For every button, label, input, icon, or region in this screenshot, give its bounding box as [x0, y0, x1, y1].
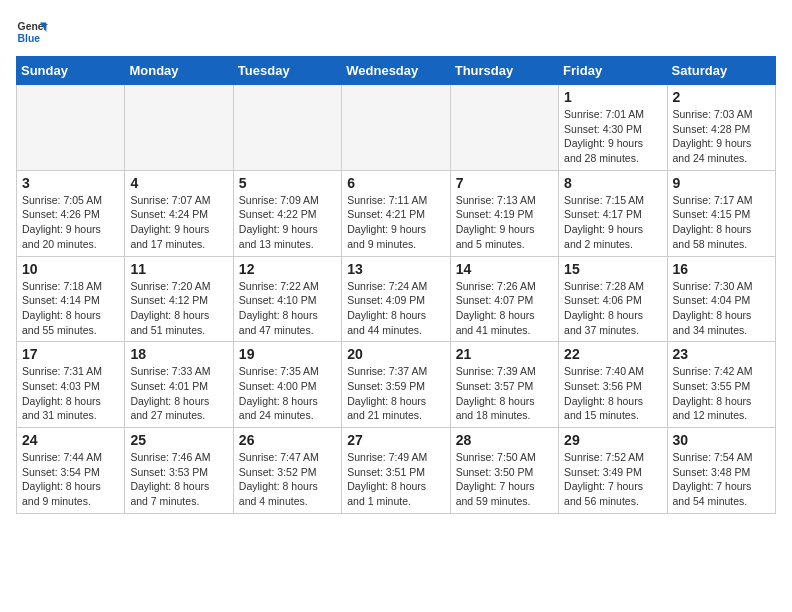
weekday-header-monday: Monday — [125, 57, 233, 85]
calendar-cell: 9Sunrise: 7:17 AM Sunset: 4:15 PM Daylig… — [667, 170, 775, 256]
day-number: 20 — [347, 346, 444, 362]
svg-text:Blue: Blue — [18, 33, 41, 44]
calendar-cell: 28Sunrise: 7:50 AM Sunset: 3:50 PM Dayli… — [450, 428, 558, 514]
calendar-cell: 15Sunrise: 7:28 AM Sunset: 4:06 PM Dayli… — [559, 256, 667, 342]
logo: General Blue — [16, 16, 48, 48]
calendar-cell: 23Sunrise: 7:42 AM Sunset: 3:55 PM Dayli… — [667, 342, 775, 428]
day-number: 12 — [239, 261, 336, 277]
calendar-cell: 27Sunrise: 7:49 AM Sunset: 3:51 PM Dayli… — [342, 428, 450, 514]
day-number: 19 — [239, 346, 336, 362]
day-number: 16 — [673, 261, 770, 277]
day-number: 30 — [673, 432, 770, 448]
day-number: 28 — [456, 432, 553, 448]
day-number: 10 — [22, 261, 119, 277]
weekday-header-tuesday: Tuesday — [233, 57, 341, 85]
day-number: 27 — [347, 432, 444, 448]
day-number: 6 — [347, 175, 444, 191]
calendar-cell: 21Sunrise: 7:39 AM Sunset: 3:57 PM Dayli… — [450, 342, 558, 428]
cell-info: Sunrise: 7:37 AM Sunset: 3:59 PM Dayligh… — [347, 364, 444, 423]
day-number: 25 — [130, 432, 227, 448]
cell-info: Sunrise: 7:42 AM Sunset: 3:55 PM Dayligh… — [673, 364, 770, 423]
calendar-cell — [450, 85, 558, 171]
day-number: 9 — [673, 175, 770, 191]
calendar-cell: 25Sunrise: 7:46 AM Sunset: 3:53 PM Dayli… — [125, 428, 233, 514]
cell-info: Sunrise: 7:33 AM Sunset: 4:01 PM Dayligh… — [130, 364, 227, 423]
day-number: 1 — [564, 89, 661, 105]
weekday-header-row: SundayMondayTuesdayWednesdayThursdayFrid… — [17, 57, 776, 85]
calendar-week-1: 1Sunrise: 7:01 AM Sunset: 4:30 PM Daylig… — [17, 85, 776, 171]
calendar-cell: 2Sunrise: 7:03 AM Sunset: 4:28 PM Daylig… — [667, 85, 775, 171]
calendar-cell: 24Sunrise: 7:44 AM Sunset: 3:54 PM Dayli… — [17, 428, 125, 514]
day-number: 5 — [239, 175, 336, 191]
cell-info: Sunrise: 7:39 AM Sunset: 3:57 PM Dayligh… — [456, 364, 553, 423]
weekday-header-friday: Friday — [559, 57, 667, 85]
day-number: 24 — [22, 432, 119, 448]
cell-info: Sunrise: 7:11 AM Sunset: 4:21 PM Dayligh… — [347, 193, 444, 252]
cell-info: Sunrise: 7:49 AM Sunset: 3:51 PM Dayligh… — [347, 450, 444, 509]
weekday-header-wednesday: Wednesday — [342, 57, 450, 85]
cell-info: Sunrise: 7:13 AM Sunset: 4:19 PM Dayligh… — [456, 193, 553, 252]
cell-info: Sunrise: 7:01 AM Sunset: 4:30 PM Dayligh… — [564, 107, 661, 166]
day-number: 11 — [130, 261, 227, 277]
calendar-cell: 1Sunrise: 7:01 AM Sunset: 4:30 PM Daylig… — [559, 85, 667, 171]
calendar-cell — [342, 85, 450, 171]
cell-info: Sunrise: 7:28 AM Sunset: 4:06 PM Dayligh… — [564, 279, 661, 338]
calendar-cell: 7Sunrise: 7:13 AM Sunset: 4:19 PM Daylig… — [450, 170, 558, 256]
cell-info: Sunrise: 7:30 AM Sunset: 4:04 PM Dayligh… — [673, 279, 770, 338]
calendar-cell: 29Sunrise: 7:52 AM Sunset: 3:49 PM Dayli… — [559, 428, 667, 514]
calendar-week-2: 3Sunrise: 7:05 AM Sunset: 4:26 PM Daylig… — [17, 170, 776, 256]
day-number: 17 — [22, 346, 119, 362]
calendar-cell: 6Sunrise: 7:11 AM Sunset: 4:21 PM Daylig… — [342, 170, 450, 256]
day-number: 14 — [456, 261, 553, 277]
cell-info: Sunrise: 7:20 AM Sunset: 4:12 PM Dayligh… — [130, 279, 227, 338]
calendar-cell: 18Sunrise: 7:33 AM Sunset: 4:01 PM Dayli… — [125, 342, 233, 428]
cell-info: Sunrise: 7:44 AM Sunset: 3:54 PM Dayligh… — [22, 450, 119, 509]
calendar-week-4: 17Sunrise: 7:31 AM Sunset: 4:03 PM Dayli… — [17, 342, 776, 428]
calendar-cell: 16Sunrise: 7:30 AM Sunset: 4:04 PM Dayli… — [667, 256, 775, 342]
calendar-cell: 17Sunrise: 7:31 AM Sunset: 4:03 PM Dayli… — [17, 342, 125, 428]
cell-info: Sunrise: 7:09 AM Sunset: 4:22 PM Dayligh… — [239, 193, 336, 252]
calendar-cell: 3Sunrise: 7:05 AM Sunset: 4:26 PM Daylig… — [17, 170, 125, 256]
cell-info: Sunrise: 7:15 AM Sunset: 4:17 PM Dayligh… — [564, 193, 661, 252]
calendar-cell: 8Sunrise: 7:15 AM Sunset: 4:17 PM Daylig… — [559, 170, 667, 256]
cell-info: Sunrise: 7:03 AM Sunset: 4:28 PM Dayligh… — [673, 107, 770, 166]
cell-info: Sunrise: 7:35 AM Sunset: 4:00 PM Dayligh… — [239, 364, 336, 423]
calendar-cell: 13Sunrise: 7:24 AM Sunset: 4:09 PM Dayli… — [342, 256, 450, 342]
calendar-cell: 10Sunrise: 7:18 AM Sunset: 4:14 PM Dayli… — [17, 256, 125, 342]
day-number: 8 — [564, 175, 661, 191]
calendar-cell: 14Sunrise: 7:26 AM Sunset: 4:07 PM Dayli… — [450, 256, 558, 342]
day-number: 18 — [130, 346, 227, 362]
day-number: 13 — [347, 261, 444, 277]
calendar-week-5: 24Sunrise: 7:44 AM Sunset: 3:54 PM Dayli… — [17, 428, 776, 514]
cell-info: Sunrise: 7:46 AM Sunset: 3:53 PM Dayligh… — [130, 450, 227, 509]
cell-info: Sunrise: 7:22 AM Sunset: 4:10 PM Dayligh… — [239, 279, 336, 338]
day-number: 21 — [456, 346, 553, 362]
cell-info: Sunrise: 7:52 AM Sunset: 3:49 PM Dayligh… — [564, 450, 661, 509]
logo-icon: General Blue — [16, 16, 48, 48]
cell-info: Sunrise: 7:17 AM Sunset: 4:15 PM Dayligh… — [673, 193, 770, 252]
day-number: 26 — [239, 432, 336, 448]
calendar-cell — [233, 85, 341, 171]
day-number: 7 — [456, 175, 553, 191]
cell-info: Sunrise: 7:05 AM Sunset: 4:26 PM Dayligh… — [22, 193, 119, 252]
cell-info: Sunrise: 7:54 AM Sunset: 3:48 PM Dayligh… — [673, 450, 770, 509]
calendar-cell — [125, 85, 233, 171]
calendar-cell: 4Sunrise: 7:07 AM Sunset: 4:24 PM Daylig… — [125, 170, 233, 256]
day-number: 29 — [564, 432, 661, 448]
calendar-cell: 22Sunrise: 7:40 AM Sunset: 3:56 PM Dayli… — [559, 342, 667, 428]
calendar-cell: 19Sunrise: 7:35 AM Sunset: 4:00 PM Dayli… — [233, 342, 341, 428]
calendar-week-3: 10Sunrise: 7:18 AM Sunset: 4:14 PM Dayli… — [17, 256, 776, 342]
weekday-header-thursday: Thursday — [450, 57, 558, 85]
weekday-header-saturday: Saturday — [667, 57, 775, 85]
cell-info: Sunrise: 7:40 AM Sunset: 3:56 PM Dayligh… — [564, 364, 661, 423]
calendar-cell: 30Sunrise: 7:54 AM Sunset: 3:48 PM Dayli… — [667, 428, 775, 514]
weekday-header-sunday: Sunday — [17, 57, 125, 85]
cell-info: Sunrise: 7:50 AM Sunset: 3:50 PM Dayligh… — [456, 450, 553, 509]
day-number: 22 — [564, 346, 661, 362]
cell-info: Sunrise: 7:26 AM Sunset: 4:07 PM Dayligh… — [456, 279, 553, 338]
calendar-cell — [17, 85, 125, 171]
day-number: 4 — [130, 175, 227, 191]
day-number: 15 — [564, 261, 661, 277]
calendar-cell: 26Sunrise: 7:47 AM Sunset: 3:52 PM Dayli… — [233, 428, 341, 514]
cell-info: Sunrise: 7:31 AM Sunset: 4:03 PM Dayligh… — [22, 364, 119, 423]
